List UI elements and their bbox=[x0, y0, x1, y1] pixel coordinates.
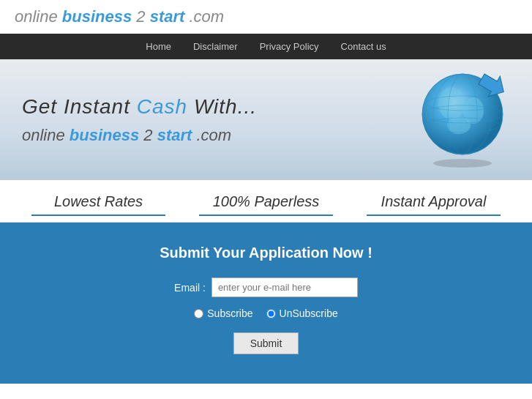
feature-lowest-rates-divider bbox=[31, 215, 165, 216]
subline-2: 2 bbox=[143, 126, 157, 144]
form-area: Email : Subscribe UnSubscribe Submit bbox=[15, 277, 517, 354]
svg-point-2 bbox=[438, 87, 465, 119]
submit-title: Submit Your Application Now ! bbox=[15, 245, 517, 261]
logo-bar: online business 2 start .com bbox=[0, 0, 532, 34]
banner: Get Instant Cash With... online business… bbox=[0, 59, 532, 180]
feature-paperless-divider bbox=[199, 215, 333, 216]
unsubscribe-option[interactable]: UnSubscribe bbox=[266, 307, 338, 319]
features-strip: Lowest Rates 100% Paperless Instant Appr… bbox=[0, 180, 532, 223]
feature-instant-approval-label: Instant Approval bbox=[350, 193, 517, 210]
subline-com: .com bbox=[196, 126, 231, 144]
submit-button[interactable]: Submit bbox=[233, 332, 299, 354]
headline-post: With... bbox=[187, 95, 257, 118]
feature-instant-approval-divider bbox=[367, 215, 501, 216]
svg-point-4 bbox=[447, 116, 471, 134]
feature-paperless: 100% Paperless bbox=[182, 193, 350, 216]
main-content: Submit Your Application Now ! Email : Su… bbox=[0, 223, 532, 384]
logo-business: business bbox=[62, 7, 132, 26]
subscribe-option[interactable]: Subscribe bbox=[194, 307, 252, 319]
logo-online: online bbox=[15, 7, 62, 26]
headline-pre: Get Instant bbox=[22, 95, 137, 118]
feature-lowest-rates-label: Lowest Rates bbox=[15, 193, 182, 210]
svg-point-0 bbox=[433, 159, 492, 168]
logo-2: 2 bbox=[132, 7, 149, 26]
nav-disclaimer[interactable]: Disclaimer bbox=[193, 41, 238, 52]
email-input[interactable] bbox=[211, 277, 358, 297]
nav-bar: Home Disclaimer Privacy Policy Contact u… bbox=[0, 34, 532, 59]
subline-business: business bbox=[70, 126, 143, 144]
feature-instant-approval: Instant Approval bbox=[350, 193, 517, 216]
radio-row: Subscribe UnSubscribe bbox=[194, 307, 337, 319]
subline-start: start bbox=[157, 126, 197, 144]
subline-online: online bbox=[22, 126, 70, 144]
unsubscribe-radio[interactable] bbox=[266, 309, 276, 318]
unsubscribe-label: UnSubscribe bbox=[280, 307, 338, 319]
feature-lowest-rates: Lowest Rates bbox=[15, 193, 182, 216]
headline-cash: Cash bbox=[137, 95, 187, 118]
feature-paperless-label: 100% Paperless bbox=[182, 193, 350, 210]
subscribe-radio[interactable] bbox=[194, 309, 203, 318]
globe-container bbox=[415, 67, 510, 169]
nav-contact[interactable]: Contact us bbox=[341, 41, 386, 52]
nav-privacy[interactable]: Privacy Policy bbox=[260, 41, 319, 52]
logo-com: .com bbox=[184, 7, 224, 26]
nav-home[interactable]: Home bbox=[146, 41, 171, 52]
email-label: Email : bbox=[174, 282, 206, 294]
logo-start: start bbox=[150, 7, 185, 26]
email-row: Email : bbox=[174, 277, 358, 297]
subscribe-label: Subscribe bbox=[207, 307, 252, 319]
